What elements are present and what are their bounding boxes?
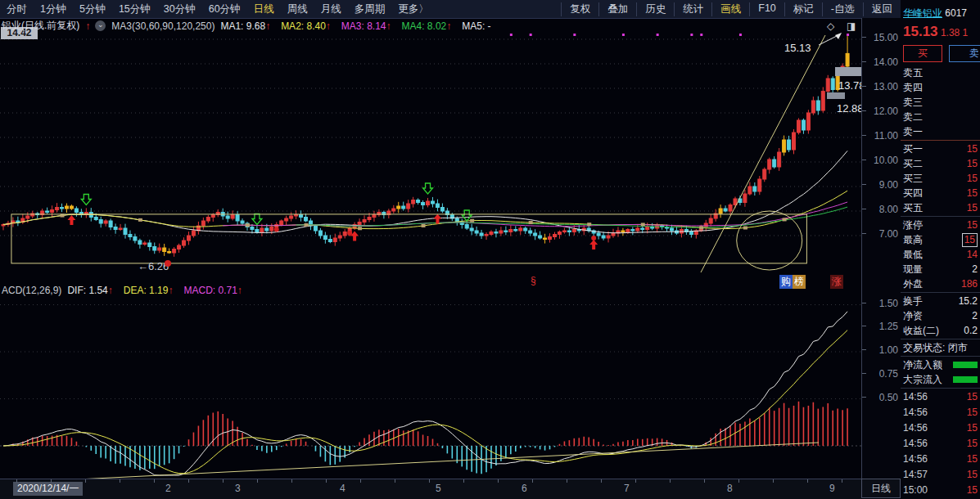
month-label: 6 bbox=[522, 483, 527, 494]
menu-item-60分钟[interactable]: 60分钟 bbox=[202, 2, 247, 16]
menu-item-叠加[interactable]: 叠加 bbox=[598, 2, 636, 16]
macd-axis-label: 0.75 bbox=[879, 368, 898, 380]
menu-item-统计[interactable]: 统计 bbox=[674, 2, 711, 16]
price-axis-label: 12.00 bbox=[874, 106, 898, 117]
buy-level-买三[interactable]: 买三15 bbox=[901, 171, 980, 186]
stat-最高: 最高15 bbox=[901, 232, 980, 247]
panel-divider bbox=[901, 140, 980, 141]
month-label: 3 bbox=[235, 483, 241, 494]
menu-item-标记[interactable]: 标记 bbox=[784, 2, 822, 16]
macd-axis-label: 1.00 bbox=[879, 344, 898, 356]
quote-panel: 华峰铝业 6017 15.13 1.38 1 买 卖 卖五卖四卖三卖二卖一买一1… bbox=[901, 0, 980, 499]
panel-divider bbox=[901, 292, 980, 293]
price-tag-block-1 bbox=[835, 67, 861, 76]
price-axis-label: 9.00 bbox=[879, 179, 898, 191]
panel-divider bbox=[901, 339, 980, 339]
menu-item-F10[interactable]: F10 bbox=[749, 2, 784, 16]
sell-level-卖一[interactable]: 卖一 bbox=[901, 124, 980, 139]
price-axis-label: 11.00 bbox=[874, 130, 898, 142]
menu-item-多周期[interactable]: 多周期 bbox=[348, 2, 392, 16]
menu-item-5分钟[interactable]: 5分钟 bbox=[73, 2, 112, 16]
stock-price: 15.13 1.38 1 bbox=[903, 24, 980, 40]
tick-row: 14:5615 bbox=[901, 436, 980, 452]
buy-button[interactable]: 买 bbox=[903, 45, 942, 62]
buy-level-买一[interactable]: 买一15 bbox=[901, 142, 980, 156]
price-axis-label: 7.00 bbox=[879, 228, 898, 240]
menu-item-日线[interactable]: 日线 bbox=[247, 2, 281, 16]
sell-level-卖四[interactable]: 卖四 bbox=[901, 80, 980, 95]
panel-divider bbox=[901, 388, 980, 389]
ma-value-MA2: MA2: 8.40↑ bbox=[281, 20, 336, 32]
dea-up-icon: ↑ bbox=[168, 285, 173, 296]
stock-name[interactable]: 华峰铝业 6017 bbox=[903, 7, 980, 20]
tick-row: 14:5615 bbox=[901, 405, 980, 420]
chart-header: 铝业(日线.前复权) ↑ ⌄ MA3(30,60,90,120,250) MA1… bbox=[2, 19, 860, 33]
month-label: 5 bbox=[436, 483, 441, 494]
sell-level-卖二[interactable]: 卖二 bbox=[901, 110, 980, 124]
menu-item-30分钟[interactable]: 30分钟 bbox=[157, 2, 202, 16]
stat-涨停: 涨停15 bbox=[901, 218, 980, 232]
menu-item-历史[interactable]: 历史 bbox=[636, 2, 674, 16]
ma-value-MA4: MA4: 8.02↑ bbox=[402, 20, 457, 32]
buy-level-买五[interactable]: 买五15 bbox=[901, 200, 980, 215]
stat-收益(二): 收益(二)0.2 bbox=[901, 323, 980, 338]
menu-item-1分钟[interactable]: 1分钟 bbox=[34, 2, 73, 16]
price-axis-label: 10.00 bbox=[874, 155, 898, 166]
macd-up-icon: ↑ bbox=[237, 285, 242, 296]
sell-level-卖五[interactable]: 卖五 bbox=[901, 65, 980, 80]
dif-up-icon: ↑ bbox=[108, 285, 113, 296]
buy-level-买二[interactable]: 买二15 bbox=[901, 156, 980, 171]
diamond-icon[interactable]: ◇ bbox=[827, 20, 834, 32]
tick-row: 15:0015 bbox=[901, 483, 980, 498]
menu-item-月线[interactable]: 月线 bbox=[314, 2, 348, 16]
time-axis: 2020/12/14/一 23456789 bbox=[0, 479, 861, 499]
stat-现量: 现量2 bbox=[901, 262, 980, 276]
price-axis-label: 13.00 bbox=[874, 81, 898, 92]
sell-level-卖三[interactable]: 卖三 bbox=[901, 95, 980, 110]
ma-value-MA3: MA3: 8.14↑ bbox=[341, 20, 396, 32]
month-label: 9 bbox=[829, 483, 835, 494]
price-axis-label: 14.00 bbox=[874, 56, 898, 68]
menu-item-分时[interactable]: 分时 bbox=[0, 2, 34, 16]
trade-buttons: 买 卖 bbox=[903, 45, 980, 62]
macd-name[interactable]: ACD(12,26,9) bbox=[2, 285, 61, 296]
rank-badge[interactable]: 购榜 bbox=[779, 275, 806, 289]
up-badge[interactable]: 涨 bbox=[830, 275, 843, 289]
menu-item-返回[interactable]: 返回 bbox=[863, 2, 901, 16]
stat-换手: 换手15.2 bbox=[901, 294, 980, 308]
period-label[interactable]: 日线 bbox=[861, 479, 901, 498]
chart-title: 铝业(日线.前复权) bbox=[2, 19, 79, 33]
main-chart[interactable]: 15.13 13.78 12.88 ←6.26 § bbox=[0, 20, 861, 288]
price-axis: 15.0014.0013.0012.0011.0010.009.008.007.… bbox=[861, 18, 902, 479]
macd-axis-label: 1.25 bbox=[879, 321, 898, 332]
macd-chart[interactable] bbox=[0, 290, 861, 479]
low-annotation: ←6.26 bbox=[138, 260, 169, 272]
ma-values: MA1: 9.68↑MA2: 8.40↑MA3: 8.14↑MA4: 8.02↑… bbox=[220, 20, 496, 32]
trade-status: 交易状态: 闭市 bbox=[901, 340, 980, 355]
tools-menu: 复权叠加历史统计画线F10标记-自选返回 bbox=[561, 2, 901, 16]
menu-item-画线[interactable]: 画线 bbox=[711, 2, 749, 16]
high-annotation: 15.13 bbox=[784, 42, 811, 54]
month-label: 2 bbox=[165, 483, 171, 494]
month-label: 4 bbox=[340, 483, 345, 494]
collapse-circle-icon[interactable]: ⌄ bbox=[95, 20, 106, 31]
ma-group-label[interactable]: MA3(30,60,90,120,250) bbox=[111, 20, 215, 32]
panel-divider bbox=[901, 356, 980, 357]
buy-level-买四[interactable]: 买四15 bbox=[901, 186, 980, 200]
menu-item-复权[interactable]: 复权 bbox=[561, 2, 598, 16]
sell-button[interactable]: 卖 bbox=[949, 45, 980, 62]
layout-icon[interactable]: ◨ bbox=[847, 20, 856, 32]
panel-divider bbox=[901, 216, 980, 217]
flow-bar bbox=[953, 362, 978, 368]
price-axis-label: 15.00 bbox=[874, 32, 898, 43]
period-menu: 分时1分钟5分钟15分钟30分钟60分钟日线周线月线多周期更多〉 bbox=[0, 2, 436, 16]
menu-item-周线[interactable]: 周线 bbox=[281, 2, 314, 16]
menu-item--自选[interactable]: -自选 bbox=[822, 2, 863, 16]
menu-item-15分钟[interactable]: 15分钟 bbox=[112, 2, 157, 16]
stat-净资: 净资2 bbox=[901, 308, 980, 323]
tick-row: 14:5715 bbox=[901, 467, 980, 483]
price-tag-block-2 bbox=[827, 92, 845, 99]
ma-value-MA5: MA5: - bbox=[462, 20, 490, 32]
stat-最低: 最低14 bbox=[901, 247, 980, 262]
menu-item-更多〉[interactable]: 更多〉 bbox=[391, 2, 436, 16]
